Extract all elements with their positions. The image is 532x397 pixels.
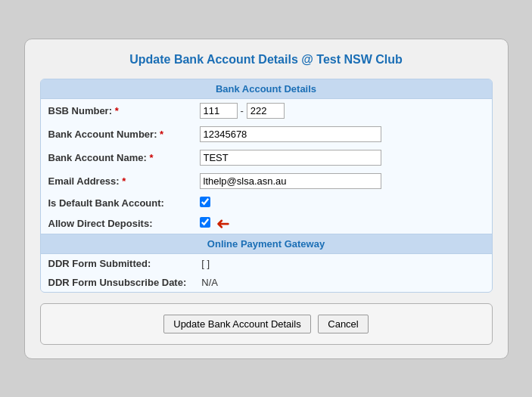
bsb-part2-input[interactable] <box>247 103 285 119</box>
email-label: Email Address: * <box>41 169 192 193</box>
allow-deposits-checkbox[interactable] <box>200 217 210 228</box>
account-number-required-star: * <box>160 129 163 140</box>
main-panel: Bank Account Details BSB Number: * - <box>40 79 493 293</box>
email-input[interactable] <box>200 173 381 189</box>
bank-form-table: BSB Number: * - Bank Account Numbe <box>41 99 492 234</box>
account-name-row: Bank Account Name: * <box>41 146 492 169</box>
default-bank-checkbox[interactable] <box>200 197 210 207</box>
outer-wrapper: Update Bank Account Details @ Test NSW C… <box>24 39 509 359</box>
allow-deposits-label: Allow Direct Deposits: <box>41 213 192 234</box>
default-bank-row: Is Default Bank Account: <box>41 193 492 213</box>
red-arrow-icon: ➜ <box>216 214 230 234</box>
ddr-unsubscribe-row: DDR Form Unsubscribe Date: N/A <box>41 273 492 292</box>
online-form-table: DDR Form Submitted: [ ] DDR Form Unsubsc… <box>41 254 492 292</box>
default-bank-label: Is Default Bank Account: <box>41 193 192 213</box>
ddr-unsubscribe-value: N/A <box>194 273 491 292</box>
cancel-button[interactable]: Cancel <box>318 315 368 333</box>
ddr-submitted-value: [ ] <box>194 254 491 273</box>
bank-section-header: Bank Account Details <box>41 79 492 99</box>
page-title: Update Bank Account Details @ Test NSW C… <box>40 53 493 67</box>
allow-deposits-row: Allow Direct Deposits: ➜ <box>41 213 492 234</box>
bsb-separator: - <box>241 105 244 116</box>
bottom-panel: Update Bank Account Details Cancel <box>40 303 493 345</box>
bsb-inputs: - <box>200 103 484 119</box>
ddr-unsubscribe-label: DDR Form Unsubscribe Date: <box>41 273 194 292</box>
account-number-input[interactable] <box>200 126 381 142</box>
online-section-header: Online Payment Gateway <box>41 234 492 254</box>
bsb-label: BSB Number: * <box>41 99 192 123</box>
ddr-submitted-row: DDR Form Submitted: [ ] <box>41 254 492 273</box>
update-button[interactable]: Update Bank Account Details <box>163 315 310 333</box>
account-number-label: Bank Account Number: * <box>41 123 192 146</box>
account-name-required-star: * <box>149 152 153 163</box>
account-name-input[interactable] <box>200 150 381 166</box>
account-number-row: Bank Account Number: * <box>41 123 492 146</box>
email-required-star: * <box>122 175 126 187</box>
bsb-required-star: * <box>115 105 119 116</box>
account-name-label: Bank Account Name: * <box>41 146 192 169</box>
bsb-row: BSB Number: * - <box>41 99 492 123</box>
bsb-part1-input[interactable] <box>200 103 238 119</box>
ddr-submitted-label: DDR Form Submitted: <box>41 254 194 273</box>
allow-deposits-container: ➜ <box>200 217 210 230</box>
email-row: Email Address: * <box>41 169 492 193</box>
